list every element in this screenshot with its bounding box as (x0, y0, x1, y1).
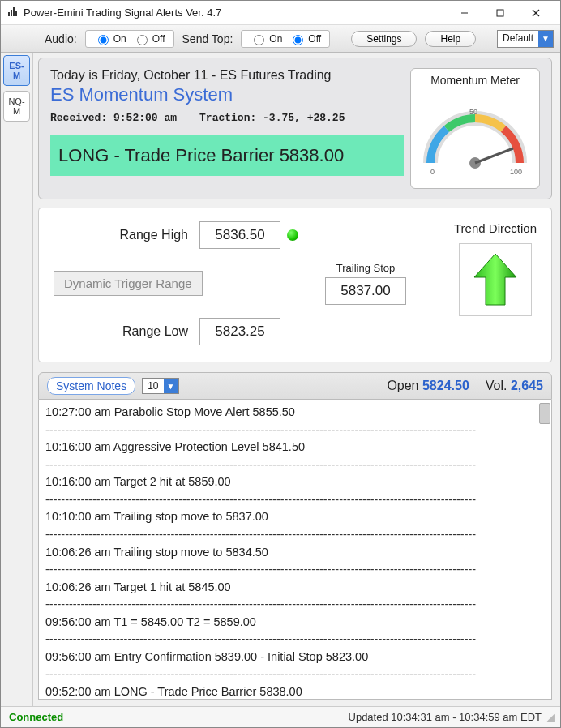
minimize-button[interactable] (447, 2, 482, 24)
side-tabs: ES-M NQ-M (1, 53, 33, 706)
main-area: Today is Friday, October 11 - ES Futures… (33, 53, 560, 706)
sendtop-on-radio[interactable]: On (250, 32, 282, 45)
tab-es[interactable]: ES-M (3, 55, 30, 86)
system-name: ES Momentum System (50, 84, 404, 105)
log-separator: ----------------------------------------… (45, 527, 545, 543)
audio-radio-group: On Off (85, 30, 174, 48)
svg-marker-13 (474, 254, 516, 305)
log-line: 09:56:00 am T1 = 5845.00 T2 = 5859.00 (45, 615, 545, 631)
dynamic-trigger-button[interactable]: Dynamic Trigger Range (54, 271, 203, 296)
vol-label: Vol. (486, 379, 507, 392)
gauge-icon: 0 50 100 (414, 90, 536, 179)
svg-line-9 (475, 148, 513, 163)
window-controls (447, 2, 554, 24)
svg-text:50: 50 (469, 108, 477, 116)
preset-selected: Default (498, 31, 538, 47)
log-separator: ----------------------------------------… (45, 422, 545, 439)
status-dot-icon (287, 229, 298, 241)
log-line: 10:06:26 am Trailing stop move to 5834.5… (45, 545, 545, 561)
log-separator: ----------------------------------------… (45, 597, 545, 613)
chevron-down-icon: ▼ (538, 31, 553, 47)
sendtop-label: Send Top: (182, 32, 233, 45)
notes-count-value: 10 (143, 379, 163, 393)
trailing-stop-col: Trailing Stop 5837.00 (313, 262, 418, 305)
arrow-up-icon (471, 251, 520, 308)
toolbar: Audio: On Off Send Top: On Off Settings … (1, 25, 560, 53)
svg-rect-1 (11, 10, 12, 16)
range-high-label: Range High (54, 228, 199, 242)
log-line: 09:52:00 am LONG - Trade Price Barrier 5… (45, 684, 545, 700)
app-window: Power-Emini Trading Signal Alerts Ver. 4… (0, 0, 561, 728)
trend-title: Trend Direction (454, 221, 537, 235)
range-high-value: 5836.50 (199, 221, 280, 249)
settings-button[interactable]: Settings (351, 31, 417, 47)
log-line: 10:06:26 am Target 1 hit at 5845.00 (45, 580, 545, 596)
chevron-down-icon: ▼ (164, 379, 178, 393)
received-label: Received: 9:52:00 am (50, 112, 177, 124)
notes-right: Open 5824.50 Vol. 2,645 (387, 379, 543, 393)
notes-bar: System Notes 10 ▼ Open 5824.50 Vol. 2,64… (38, 372, 552, 400)
log-line: 10:16:00 am Target 2 hit at 5859.00 (45, 474, 545, 490)
svg-text:100: 100 (510, 168, 522, 176)
trailing-stop-label: Trailing Stop (336, 262, 396, 274)
audio-off-radio[interactable]: Off (133, 32, 165, 45)
open-group: Open 5824.50 (387, 379, 469, 393)
meta-row: Received: 9:52:00 am Traction: -3.75, +2… (50, 112, 404, 124)
trend-direction: Trend Direction (454, 221, 537, 345)
sendtop-radio-group: On Off (241, 30, 330, 48)
window-title: Power-Emini Trading Signal Alerts Ver. 4… (24, 6, 447, 19)
log-separator: ----------------------------------------… (45, 492, 545, 508)
log-content: 10:27:00 am Parabolic Stop Move Alert 58… (45, 405, 545, 700)
date-line: Today is Friday, October 11 - ES Futures… (50, 68, 404, 83)
app-icon (7, 6, 19, 19)
header-panel: Today is Friday, October 11 - ES Futures… (38, 58, 552, 199)
updated-status: Updated 10:34:31 am - 10:34:59 am EDT (349, 711, 542, 723)
svg-rect-2 (13, 7, 15, 16)
log-line: 10:10:00 am Trailing stop move to 5837.0… (45, 509, 545, 525)
log-line: 09:56:00 am Entry Confirmation 5839.00 -… (45, 649, 545, 666)
range-low-label: Range Low (54, 324, 199, 339)
log-separator: ----------------------------------------… (45, 457, 545, 473)
log-panel[interactable]: 10:27:00 am Parabolic Stop Move Alert 58… (38, 400, 552, 700)
signal-banner: LONG - Trade Price Barrier 5838.00 (50, 135, 404, 176)
open-label: Open (387, 379, 418, 392)
preset-dropdown[interactable]: Default ▼ (497, 30, 554, 48)
vol-value: 2,645 (511, 379, 543, 392)
log-separator: ----------------------------------------… (45, 666, 545, 683)
sendtop-off-radio[interactable]: Off (289, 32, 321, 45)
titlebar: Power-Emini Trading Signal Alerts Ver. 4… (1, 1, 560, 25)
range-grid: Range High 5836.50 Dynamic Trigger Range… (54, 221, 418, 345)
help-button[interactable]: Help (425, 31, 476, 47)
svg-rect-5 (497, 10, 503, 16)
meter-title: Momentum Meter (414, 74, 536, 87)
body: ES-M NQ-M Today is Friday, October 11 - … (1, 53, 560, 706)
momentum-meter: Momentum Meter 0 50 100 (410, 68, 540, 189)
log-line: 10:16:00 am Aggressive Protection Level … (45, 439, 545, 456)
vol-group: Vol. 2,645 (486, 379, 543, 393)
tab-nq[interactable]: NQ-M (3, 91, 30, 122)
traction-label: Traction: -3.75, +28.25 (199, 112, 345, 124)
close-button[interactable] (518, 2, 554, 24)
svg-rect-0 (8, 12, 10, 16)
audio-label: Audio: (45, 32, 77, 45)
trend-arrow-box (459, 243, 532, 316)
log-separator: ----------------------------------------… (45, 632, 545, 648)
log-separator: ----------------------------------------… (45, 562, 545, 578)
range-low-value: 5823.25 (199, 318, 280, 345)
log-line: 10:27:00 am Parabolic Stop Move Alert 58… (45, 405, 545, 421)
connection-status: Connected (9, 711, 63, 723)
svg-rect-3 (15, 11, 17, 16)
svg-text:0: 0 (430, 168, 435, 176)
open-value: 5824.50 (422, 379, 469, 392)
audio-on-radio[interactable]: On (94, 32, 126, 45)
system-notes-tab[interactable]: System Notes (47, 377, 135, 395)
maximize-button[interactable] (482, 2, 518, 24)
notes-count-dropdown[interactable]: 10 ▼ (142, 378, 178, 394)
header-left: Today is Friday, October 11 - ES Futures… (50, 68, 404, 189)
statusbar: Connected Updated 10:34:31 am - 10:34:59… (1, 706, 560, 727)
range-panel: Range High 5836.50 Dynamic Trigger Range… (38, 208, 552, 362)
trailing-stop-value: 5837.00 (325, 277, 406, 305)
resize-grip-icon[interactable]: ◢ (546, 711, 552, 723)
scrollbar-thumb[interactable] (539, 403, 550, 424)
